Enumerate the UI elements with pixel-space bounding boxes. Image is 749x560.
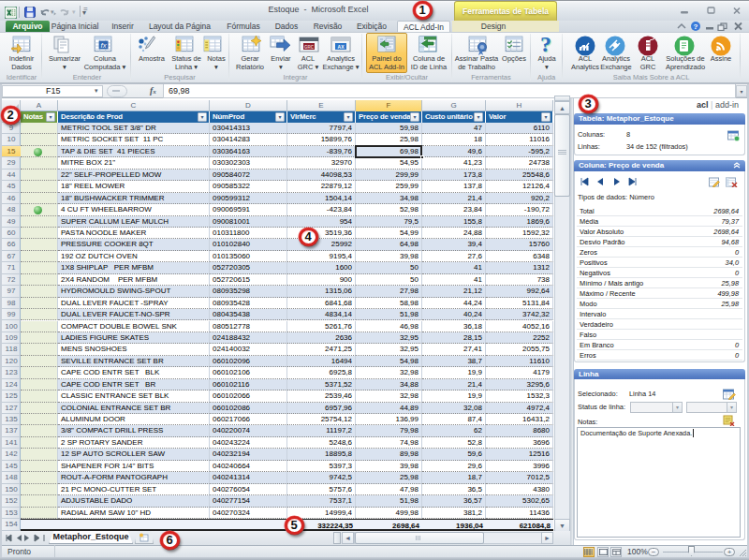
svg-text:AX: AX	[338, 44, 345, 50]
svg-text:?: ?	[694, 22, 698, 31]
svg-text:GRC: GRC	[304, 45, 315, 50]
